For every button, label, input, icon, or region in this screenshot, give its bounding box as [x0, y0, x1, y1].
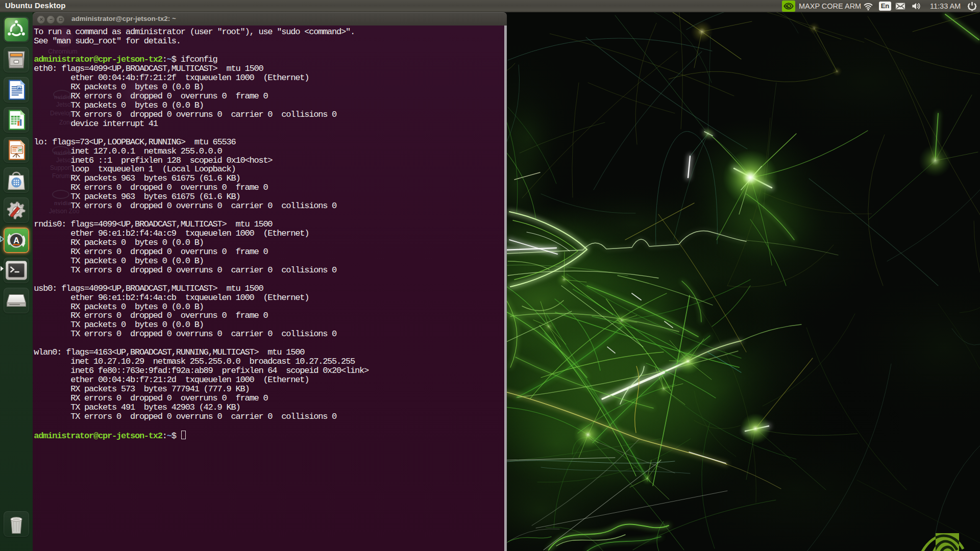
svg-text:A: A: [13, 236, 19, 245]
